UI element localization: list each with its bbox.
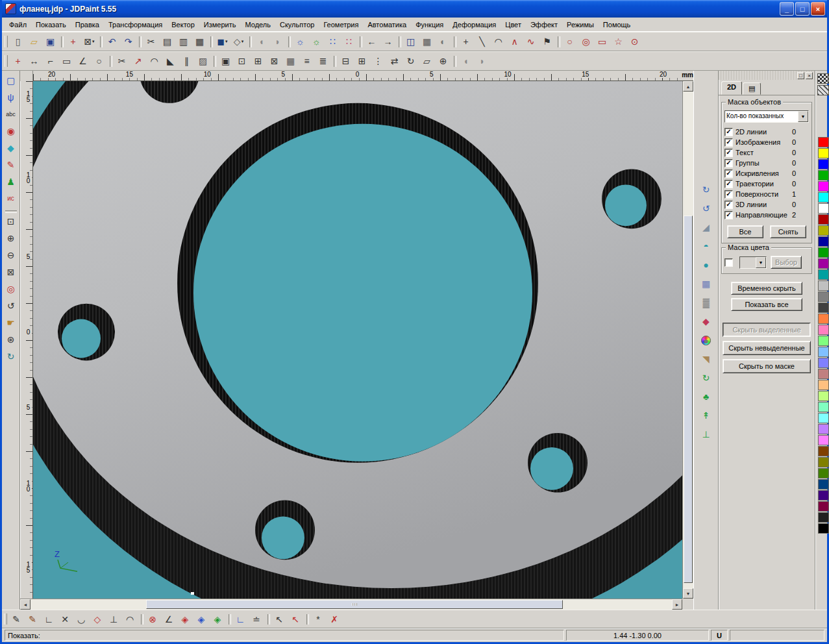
- units-indicator[interactable]: U: [711, 630, 728, 641]
- menu-item[interactable]: Функция: [411, 19, 448, 31]
- hide-selected-button[interactable]: Скрыть выделенные: [723, 323, 811, 337]
- prev-view[interactable]: ←: [364, 34, 380, 50]
- scale-frame[interactable]: ▱: [419, 53, 435, 69]
- menu-item[interactable]: Модель: [240, 19, 275, 31]
- menu-item[interactable]: Файл: [5, 19, 31, 31]
- snap-foot[interactable]: ∟: [232, 612, 248, 627]
- sphere-view[interactable]: ●: [698, 256, 715, 273]
- pan-hand[interactable]: ☛: [3, 315, 19, 330]
- slope-shade[interactable]: ◢: [698, 219, 715, 236]
- color-swatch[interactable]: [818, 391, 829, 401]
- color-swatch[interactable]: [818, 280, 829, 291]
- draw-circle-center[interactable]: ⊙: [626, 34, 643, 50]
- snap-grid[interactable]: ≐: [249, 612, 264, 627]
- mirror-swap[interactable]: ⇄: [386, 53, 402, 69]
- sculpt-tool-a[interactable]: ◖: [253, 34, 269, 50]
- node-frame[interactable]: ⊡: [234, 53, 250, 69]
- paste-special[interactable]: ▦: [192, 34, 208, 50]
- mask-checkbox[interactable]: ✓: [724, 138, 733, 147]
- dim-angle[interactable]: ∠: [75, 53, 91, 69]
- scroll-down-arrow[interactable]: ▼: [683, 588, 693, 599]
- dim-horizontal[interactable]: ↔: [26, 53, 42, 69]
- sprout-axis[interactable]: ↟: [698, 407, 715, 424]
- array-copy[interactable]: ⊞: [250, 53, 266, 69]
- fill-diamond[interactable]: ◆: [3, 140, 19, 156]
- dim-box[interactable]: ▭: [58, 53, 75, 69]
- chevron-down-icon[interactable]: ▼: [756, 257, 766, 268]
- menu-item[interactable]: Геометрия: [319, 19, 363, 31]
- temp-hide-button[interactable]: Временно скрыть: [731, 282, 802, 295]
- color-swatch[interactable]: [818, 358, 829, 368]
- color-swatch[interactable]: [818, 236, 829, 247]
- zoom-in[interactable]: ⊕: [3, 230, 19, 246]
- smear-knife[interactable]: ◥: [698, 351, 715, 367]
- menu-item[interactable]: Измерить: [199, 19, 241, 31]
- trim-curve[interactable]: ✂: [114, 53, 130, 69]
- dome-view[interactable]: ◓: [698, 238, 715, 254]
- scroll-left-arrow[interactable]: ◄: [20, 599, 31, 610]
- surface-flip-v[interactable]: ↺: [698, 200, 715, 217]
- draw-ortho[interactable]: ✎: [25, 612, 40, 627]
- sculpt-tool-b[interactable]: ◗: [269, 34, 286, 50]
- horizontal-scroll-thumb[interactable]: [146, 600, 563, 609]
- draw-rectangle[interactable]: ▭: [594, 34, 610, 50]
- mask-count-dropdown[interactable]: Кол-во показанных ▼: [724, 110, 809, 123]
- color-swatch[interactable]: [818, 435, 829, 445]
- draw-curve[interactable]: ∿: [523, 34, 539, 50]
- redo[interactable]: ↷: [120, 34, 136, 50]
- select-window[interactable]: ⊠ ▾: [81, 34, 97, 50]
- color-swatch[interactable]: [818, 446, 829, 456]
- tab-document[interactable]: ▤: [743, 82, 761, 95]
- draw-circle-3pt[interactable]: ◎: [578, 34, 594, 50]
- color-swatch[interactable]: [818, 159, 829, 169]
- snap-tangent[interactable]: ◠: [122, 612, 138, 627]
- panel-restore-button[interactable]: □: [797, 72, 804, 79]
- color-swatch[interactable]: [818, 380, 829, 390]
- mask-checkbox[interactable]: ✓: [724, 169, 733, 178]
- snap-star[interactable]: *: [310, 612, 326, 627]
- zoom-previous[interactable]: ↺: [3, 298, 19, 314]
- hide-unselected-button[interactable]: Скрыть невыделенные: [723, 341, 811, 355]
- horizontal-scrollbar[interactable]: ◄ ►: [20, 599, 682, 610]
- color-swatch[interactable]: [818, 336, 829, 346]
- region-stop[interactable]: ◉: [3, 123, 19, 139]
- grid-table[interactable]: ▦: [419, 34, 435, 50]
- mask-checkbox[interactable]: ✓: [724, 190, 733, 199]
- color-swatch[interactable]: [818, 247, 829, 258]
- gem-facet[interactable]: ◆: [698, 313, 715, 330]
- relief-tool-b[interactable]: ◗: [474, 53, 490, 69]
- snap-angle[interactable]: ∠: [161, 612, 177, 627]
- leaf-tool[interactable]: ♣: [698, 388, 715, 405]
- guide-horizontal[interactable]: ◈: [177, 612, 193, 627]
- menu-item[interactable]: Трансформация: [104, 19, 167, 31]
- pattern-swatch-hatch[interactable]: [817, 85, 829, 95]
- color-swatch[interactable]: [818, 325, 829, 335]
- draw-free[interactable]: ✎: [8, 612, 24, 627]
- color-swatch[interactable]: [818, 181, 829, 192]
- node-edit[interactable]: ψ: [3, 90, 19, 105]
- menu-item[interactable]: Автоматика: [363, 19, 411, 31]
- draw-star[interactable]: ☆: [610, 34, 626, 50]
- align-stack[interactable]: ⋮: [370, 53, 386, 69]
- tab-2d[interactable]: 2D: [721, 81, 742, 95]
- guide-vertical[interactable]: ◈: [193, 612, 209, 627]
- panel-close-button[interactable]: ×: [806, 72, 813, 79]
- color-swatch[interactable]: [818, 490, 829, 501]
- snap-intersection[interactable]: ✕: [57, 612, 73, 627]
- color-swatch[interactable]: [818, 303, 829, 313]
- vector-frame[interactable]: ▣: [217, 53, 234, 69]
- close-button[interactable]: ×: [811, 2, 825, 16]
- hatch-fill[interactable]: ▨: [195, 53, 211, 69]
- surface-flip-h[interactable]: ↻: [698, 181, 715, 198]
- menu-item[interactable]: Деформация: [448, 19, 501, 31]
- view-wireframe[interactable]: ◇ ▾: [230, 34, 247, 50]
- menu-item[interactable]: Скульптор: [275, 19, 319, 31]
- canvas-3d-view[interactable]: Z: [33, 81, 682, 599]
- track-point[interactable]: +: [65, 34, 81, 50]
- view-eye[interactable]: ◎: [3, 281, 19, 297]
- draw-line[interactable]: ╲: [474, 34, 490, 50]
- scroll-right-arrow[interactable]: ►: [672, 599, 682, 610]
- snap-clear[interactable]: ✗: [327, 612, 342, 627]
- color-swatch[interactable]: [818, 148, 829, 158]
- color-swatch[interactable]: [818, 369, 829, 379]
